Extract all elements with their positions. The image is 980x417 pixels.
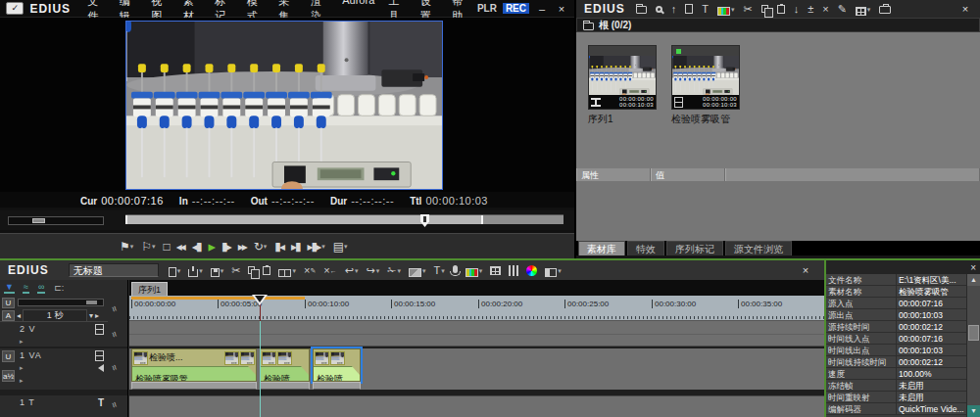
voiceover-icon[interactable]: ▾ (453, 265, 458, 276)
add-cut-point-icon[interactable]: ✁▾ (387, 264, 401, 277)
search-icon[interactable]: ▾ (656, 6, 662, 13)
dropdown-arrow-icon[interactable]: ▾ (731, 3, 735, 16)
u-button[interactable]: U (2, 298, 15, 308)
dropdown-arrow-icon[interactable]: ▾ (376, 264, 380, 277)
play-button[interactable]: ▸▾ (205, 238, 219, 255)
rec-indicator[interactable]: REC (503, 3, 529, 14)
mixer-segment[interactable] (131, 382, 257, 390)
track-options-icon[interactable]: ≈ (109, 330, 121, 340)
delete-icon[interactable]: ×▾ (822, 3, 828, 16)
timeline-clip[interactable]: 检验喷... (131, 348, 257, 382)
playhead-handle[interactable] (252, 295, 268, 305)
bin-folder-bar[interactable]: 根 (0/2) (576, 18, 980, 32)
dropdown-arrow-icon[interactable]: ▾ (344, 240, 348, 254)
scroll-down-icon[interactable]: ▼ (967, 405, 980, 417)
ripple-delete-icon[interactable]: ×←▾ (323, 264, 336, 277)
redo-icon[interactable]: ↪▾ (366, 264, 379, 277)
frame-forward-button[interactable]: ▮▸▾ (218, 238, 234, 255)
dropdown-arrow-icon[interactable]: ▾ (422, 264, 426, 277)
dropdown-arrow-icon[interactable]: ▾ (479, 264, 483, 277)
vector-scope-icon[interactable]: ▾ (490, 266, 501, 275)
copy-icon[interactable]: ▾ (248, 266, 255, 274)
display-mode-button[interactable]: ▤▾ (329, 238, 352, 255)
shuttle-slider[interactable] (8, 216, 104, 225)
dropdown-arrow-icon[interactable]: ▾ (152, 240, 156, 254)
merge-icon[interactable]: ±▾ (808, 3, 813, 16)
dropdown-arrow-icon[interactable]: ▾ (867, 3, 871, 16)
ruler-options-icon[interactable]: ≈ (109, 304, 121, 314)
expand-track-icon[interactable]: ▸ (20, 338, 24, 346)
timeline-clip[interactable]: 检验喷... (313, 348, 361, 382)
bin-tab[interactable]: 序列标记 (666, 241, 723, 255)
dropdown-arrow-icon[interactable]: ▾ (397, 264, 401, 277)
source-mode-icon[interactable]: ▾ (526, 265, 537, 276)
goto-out-button[interactable]: ▸▮▾ (287, 238, 304, 255)
dropdown-arrow-icon[interactable]: ▾ (130, 240, 134, 254)
undo-icon[interactable]: ↩▾ (345, 264, 359, 277)
cut-icon[interactable]: ✂▾ (743, 3, 752, 16)
frame-back-button[interactable]: ◂▮▾ (188, 238, 205, 255)
create-title-icon[interactable]: T▾ (702, 3, 709, 16)
video-preview[interactable] (125, 21, 443, 190)
timescale-select[interactable]: 1 秒 (23, 309, 87, 322)
copy-icon[interactable]: ▾ (761, 5, 768, 13)
track-options-icon[interactable]: ≈ (109, 400, 121, 410)
minimize-button[interactable]: – (535, 3, 549, 15)
track-1t-lane[interactable] (129, 395, 824, 417)
track-header-2v[interactable]: 2 V ▸ (0, 321, 108, 347)
mixer-segment[interactable] (313, 382, 361, 390)
new-sequence-icon[interactable]: ▾ (169, 264, 181, 277)
title-icon[interactable]: T▾ (433, 264, 444, 277)
rewind-button[interactable]: ◂◂▾ (172, 238, 188, 255)
track-height-slider[interactable] (18, 299, 104, 306)
dropdown-arrow-icon[interactable]: ▾ (355, 264, 359, 277)
playhead-marker[interactable] (420, 214, 429, 227)
scrollbar-thumb[interactable] (968, 325, 979, 341)
video-patch-button[interactable]: U (2, 350, 15, 362)
track-header-1va[interactable]: 1 VA ▸ ▸ (0, 348, 108, 390)
dropdown-arrow-icon[interactable]: ▾ (558, 264, 562, 277)
stop-button[interactable]: □▾ (160, 238, 172, 255)
track-1va-lane[interactable]: 检验喷... (129, 348, 824, 390)
loop-play-button[interactable]: ↻▾ (250, 238, 271, 255)
sync-icon[interactable]: ↓▾ (794, 3, 800, 16)
capture-icon[interactable]: ↑▾ (671, 3, 677, 16)
color-correction-icon[interactable]: ▾ (466, 264, 483, 277)
bin-tab[interactable]: 特效 (627, 241, 664, 255)
view-mode-icon[interactable]: ▾ (856, 3, 871, 16)
toolbox-icon[interactable]: ▾ (879, 4, 891, 14)
info-close-button[interactable]: × (970, 262, 976, 273)
colorbar-icon[interactable]: ▾ (717, 3, 735, 16)
plr-indicator[interactable]: PLR (477, 3, 497, 14)
expand-track-icon[interactable]: ▸ (20, 377, 24, 385)
seek-bar[interactable] (125, 214, 564, 224)
fast-forward-button[interactable]: ▸▸▾ (234, 238, 250, 255)
goto-in-button[interactable]: ▮◂▾ (270, 238, 287, 255)
folder-icon[interactable]: ▾ (636, 4, 647, 14)
set-between-icon[interactable]: ▾ (409, 264, 426, 277)
ripple-mode-icon[interactable]: ⊏: (53, 283, 65, 293)
value-column-header[interactable]: 值 (651, 168, 725, 181)
dropdown-arrow-icon[interactable]: ▾ (441, 264, 445, 277)
info-scrollbar[interactable]: ▲ ▼ (966, 274, 980, 417)
a-button[interactable]: A (2, 310, 15, 321)
add-clip-icon[interactable]: ▾ (685, 4, 693, 14)
save-project-icon[interactable]: ▾ (211, 264, 224, 277)
bin-clip[interactable]: 00:00:00:0000:00:10:03 序列1 (588, 45, 657, 126)
cut-icon[interactable]: ✂▾ (231, 264, 240, 277)
timescale-dropdown-icon[interactable]: ▾ (89, 311, 93, 320)
audio-patch-button[interactable]: a½ (2, 370, 15, 382)
mixer-segment[interactable] (260, 382, 310, 390)
replace-icon[interactable]: ▾ (278, 264, 296, 277)
track-2v-lane[interactable] (129, 321, 824, 347)
next-edit-button[interactable]: ▸▮▸▾ (304, 238, 329, 255)
import-icon[interactable]: ▾ (188, 264, 203, 277)
timescale-right-icon[interactable]: ▸ (95, 311, 99, 320)
dropdown-arrow-icon[interactable]: ▾ (220, 264, 224, 277)
close-button[interactable]: × (555, 3, 568, 15)
expand-track-icon[interactable]: ▸ (20, 364, 24, 372)
paste-icon[interactable]: ▾ (777, 5, 785, 14)
timeline-close-button[interactable]: × (799, 264, 812, 276)
slider-thumb[interactable] (86, 301, 97, 304)
playhead-line[interactable] (260, 321, 261, 417)
